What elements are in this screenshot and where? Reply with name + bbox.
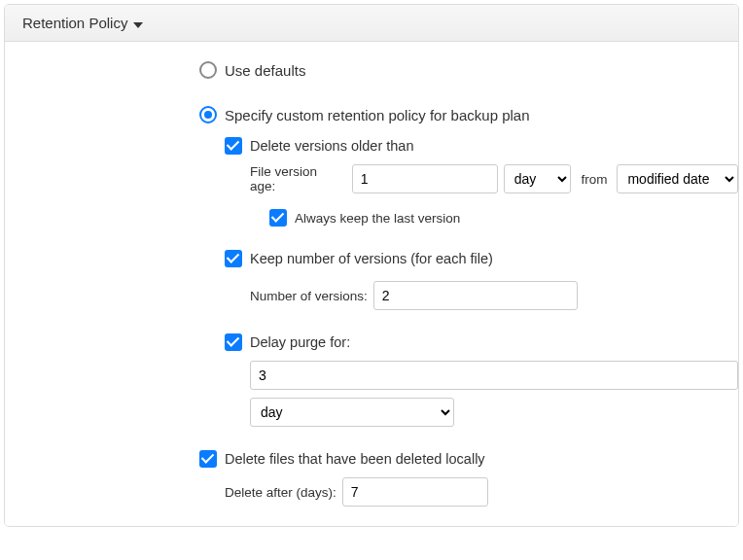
delay-purge-checkbox[interactable] [225, 333, 242, 351]
delay-purge-label: Delay purge for: [250, 334, 350, 350]
custom-section: Delete versions older than File version … [225, 137, 738, 427]
number-of-versions-row: Number of versions: [250, 281, 738, 310]
number-of-versions-input[interactable] [373, 281, 578, 310]
specify-custom-label: Specify custom retention policy for back… [225, 107, 530, 123]
always-keep-checkbox[interactable] [269, 209, 287, 227]
file-version-age-input[interactable] [352, 164, 498, 193]
specify-custom-radio[interactable] [199, 106, 217, 123]
use-defaults-label: Use defaults [225, 62, 305, 79]
retention-policy-panel: Retention Policy Use defaults Specify cu… [4, 4, 739, 527]
panel-body: Use defaults Specify custom retention po… [5, 42, 738, 526]
delete-after-row: Delete after (days): [225, 477, 738, 507]
delay-purge-unit-row: day [250, 398, 738, 427]
delete-locally-subsection: Delete after (days): [225, 477, 738, 507]
panel-header[interactable]: Retention Policy [5, 5, 738, 42]
keep-versions-subsection: Number of versions: [250, 281, 738, 310]
use-defaults-row: Use defaults [199, 61, 738, 79]
delete-older-subsection: File version age: day from modified date… [250, 164, 738, 227]
delay-purge-value-row [250, 361, 738, 390]
delete-locally-checkbox[interactable] [199, 450, 217, 468]
keep-versions-checkbox[interactable] [225, 250, 242, 267]
delete-after-label: Delete after (days): [225, 485, 336, 500]
delay-purge-subsection: day [250, 361, 738, 427]
reference-select[interactable]: modified date [617, 164, 738, 193]
from-text: from [581, 172, 607, 187]
number-of-versions-label: Number of versions: [250, 289, 368, 303]
use-defaults-radio[interactable] [199, 61, 217, 79]
delay-purge-unit-select[interactable]: day [250, 398, 454, 427]
keep-versions-row: Keep number of versions (for each file) [225, 250, 738, 267]
delete-older-label: Delete versions older than [250, 138, 413, 154]
panel-title: Retention Policy [22, 15, 127, 31]
delete-locally-label: Delete files that have been deleted loca… [225, 451, 485, 467]
age-unit-select[interactable]: day [504, 164, 572, 193]
delete-older-row: Delete versions older than [225, 137, 738, 155]
caret-down-icon [133, 15, 143, 31]
always-keep-label: Always keep the last version [295, 211, 460, 226]
delete-after-input[interactable] [342, 477, 488, 507]
delete-locally-row: Delete files that have been deleted loca… [199, 450, 738, 468]
file-version-age-row: File version age: day from modified date [250, 164, 738, 193]
delete-older-checkbox[interactable] [225, 137, 242, 155]
keep-versions-label: Keep number of versions (for each file) [250, 251, 493, 266]
delay-purge-row: Delay purge for: [225, 333, 738, 351]
file-version-age-label: File version age: [250, 164, 346, 193]
delay-purge-input[interactable] [250, 361, 738, 390]
specify-custom-row: Specify custom retention policy for back… [199, 106, 738, 123]
always-keep-row: Always keep the last version [269, 209, 738, 227]
